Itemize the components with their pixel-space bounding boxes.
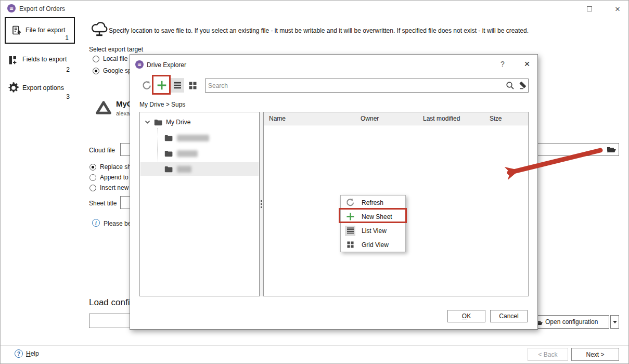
dialog-title: Drive Explorer bbox=[147, 61, 186, 69]
column-header-last-modified[interactable]: Last modified bbox=[423, 115, 460, 122]
column-header-name[interactable]: Name bbox=[269, 115, 286, 122]
sidebar-step-fields-to-export[interactable]: Fields to export 2 bbox=[5, 51, 75, 74]
gear-icon bbox=[7, 82, 20, 94]
chevron-down-icon[interactable] bbox=[145, 120, 150, 124]
dialog-close-button[interactable]: × bbox=[521, 58, 533, 70]
splitter-grip-dot bbox=[261, 206, 262, 208]
open-configuration-label: Open configuration bbox=[545, 318, 598, 326]
clear-search-icon[interactable] bbox=[519, 81, 527, 89]
splitter-grip-dot bbox=[261, 203, 262, 205]
list-view-icon bbox=[345, 226, 355, 236]
sidebar-step-number: 1 bbox=[65, 34, 69, 42]
google-drive-icon bbox=[96, 100, 111, 115]
tree-item-my-drive[interactable]: My Drive bbox=[140, 115, 259, 129]
tree-item-label: My Drive bbox=[166, 119, 190, 126]
radio-label: Local file bbox=[103, 55, 127, 62]
sidebar-step-label: File for export bbox=[25, 27, 65, 34]
sheet-title-label: Sheet title bbox=[89, 200, 117, 207]
menu-item-list-view[interactable]: List View bbox=[341, 224, 405, 238]
sidebar-step-export-options[interactable]: Export options 3 bbox=[5, 79, 75, 101]
open-configuration-button[interactable]: Open configuration bbox=[531, 315, 609, 329]
select-target-label: Select export target bbox=[89, 46, 143, 53]
refresh-button[interactable] bbox=[140, 79, 153, 92]
sidebar-step-number: 2 bbox=[66, 66, 70, 73]
list-view-icon bbox=[173, 82, 182, 89]
cloud-file-label: Cloud file bbox=[89, 147, 115, 154]
radio-local-file[interactable]: Local file bbox=[93, 55, 127, 62]
breadcrumb[interactable]: My Drive > Sups bbox=[139, 101, 185, 108]
radio-label: Replace sh bbox=[100, 163, 131, 171]
cloud-save-icon bbox=[90, 20, 109, 38]
radio-icon bbox=[93, 68, 99, 74]
folder-icon bbox=[164, 150, 173, 157]
radio-insert-new[interactable]: Insert new bbox=[89, 184, 129, 191]
instruction-text: Specify location to save file to. If you… bbox=[109, 27, 529, 34]
sidebar-step-number: 3 bbox=[66, 93, 70, 100]
folder-icon bbox=[164, 166, 173, 173]
refresh-icon bbox=[142, 81, 152, 90]
sidebar-step-label: Fields to export bbox=[22, 56, 67, 63]
file-list-header: Name Owner Last modified Size bbox=[264, 112, 528, 125]
sidebar-step-label: Export options bbox=[22, 84, 64, 92]
help-label: Help bbox=[26, 350, 39, 357]
menu-item-label: List View bbox=[362, 227, 387, 235]
ok-label: OK bbox=[462, 313, 471, 320]
maximize-button[interactable] bbox=[582, 3, 597, 15]
load-configuration-heading: Load confi bbox=[89, 297, 130, 308]
redacted-folder-name bbox=[177, 150, 198, 157]
menu-item-label: Refresh bbox=[362, 199, 383, 206]
help-icon: ? bbox=[15, 349, 23, 358]
radio-label: Append to bbox=[100, 174, 129, 181]
menu-item-label: Grid View bbox=[362, 241, 389, 249]
context-menu: Refresh New Sheet List View Grid View bbox=[340, 195, 406, 252]
panel-splitter[interactable] bbox=[260, 112, 263, 296]
radio-icon bbox=[89, 185, 96, 191]
window-title: Export of Orders bbox=[19, 5, 65, 12]
browse-folder-icon[interactable] bbox=[607, 146, 617, 153]
column-header-owner[interactable]: Owner bbox=[361, 115, 379, 122]
search-input[interactable] bbox=[205, 79, 529, 93]
tree-item-folder[interactable] bbox=[140, 147, 259, 160]
open-configuration-dropdown[interactable] bbox=[610, 315, 619, 329]
column-header-size[interactable]: Size bbox=[490, 115, 502, 122]
grid-view-icon bbox=[189, 82, 197, 89]
cancel-button[interactable]: Cancel bbox=[490, 310, 528, 322]
redacted-folder-name bbox=[177, 166, 191, 173]
next-button[interactable]: Next > bbox=[571, 348, 619, 361]
info-note-text: Please be bbox=[104, 220, 131, 227]
tree-item-folder-selected[interactable] bbox=[140, 162, 259, 176]
account-email: alexa bbox=[116, 110, 130, 116]
radio-label: Google sp bbox=[103, 67, 132, 74]
refresh-icon bbox=[345, 198, 355, 208]
export-of-orders-window: ш Export of Orders × File for export 1 F… bbox=[0, 0, 629, 364]
radio-icon bbox=[89, 174, 96, 181]
maximize-icon bbox=[587, 6, 592, 11]
tree-item-folder[interactable] bbox=[140, 131, 259, 145]
radio-replace-sheet[interactable]: Replace sh bbox=[89, 163, 131, 171]
close-icon: × bbox=[615, 5, 620, 14]
help-button[interactable]: ? Help bbox=[15, 349, 39, 358]
back-button[interactable]: < Back bbox=[528, 348, 568, 361]
radio-icon bbox=[93, 56, 99, 62]
menu-item-refresh[interactable]: Refresh bbox=[341, 196, 405, 210]
folder-tree-panel: My Drive bbox=[139, 112, 260, 296]
annotation-box-menu-new-sheet bbox=[339, 208, 407, 223]
splitter-grip-dot bbox=[261, 200, 262, 202]
sidebar-step-file-for-export[interactable]: File for export 1 bbox=[5, 17, 75, 44]
grid-view-button[interactable] bbox=[186, 79, 199, 92]
grid-view-icon bbox=[345, 240, 355, 250]
folder-icon bbox=[164, 135, 173, 141]
menu-item-grid-view[interactable]: Grid View bbox=[341, 238, 405, 252]
close-button[interactable]: × bbox=[610, 3, 625, 15]
drive-explorer-dialog: ш Drive Explorer ? × bbox=[130, 54, 538, 330]
annotation-box-toolbar-new-sheet bbox=[152, 75, 171, 95]
radio-append-to[interactable]: Append to bbox=[89, 174, 129, 181]
dialog-help-button[interactable]: ? bbox=[497, 60, 508, 70]
file-export-icon bbox=[12, 25, 22, 36]
search-icon[interactable] bbox=[506, 81, 515, 90]
radio-google-spreadsheet[interactable]: Google sp bbox=[93, 67, 132, 74]
app-logo-icon: ш bbox=[7, 4, 16, 12]
dialog-logo-icon: ш bbox=[135, 60, 144, 69]
ok-button[interactable]: OK bbox=[447, 310, 485, 322]
list-view-button[interactable] bbox=[171, 78, 184, 93]
